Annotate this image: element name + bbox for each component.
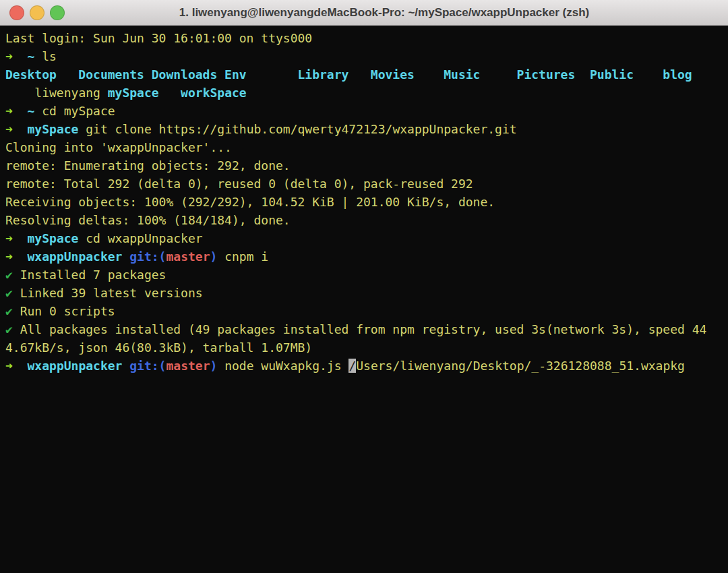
terminal-line: ✔ All packages installed (49 packages in…	[5, 320, 723, 338]
text-segment: liwenyang	[34, 86, 100, 100]
text-segment: ls	[34, 49, 57, 63]
terminal-line: Resolving deltas: 100% (184/184), done.	[5, 211, 723, 229]
terminal-line: ➜ wxappUnpacker git:(master) cnpm i	[5, 247, 723, 266]
terminal-line: ➜ mySpace git clone https://github.com/q…	[5, 120, 723, 138]
terminal-line: Last login: Sun Jun 30 16:01:00 on ttys0…	[5, 29, 723, 47]
terminal-line: Desktop Documents Downloads Env Library …	[5, 65, 723, 84]
text-segment: cd mySpace	[34, 104, 115, 118]
text-segment	[100, 86, 108, 100]
minimize-button[interactable]	[30, 5, 44, 20]
text-segment: Installed 7 packages	[13, 268, 166, 282]
text-segment: git:(	[129, 249, 166, 264]
terminal-line: ✔ Installed 7 packages	[5, 266, 723, 284]
terminal-line: ➜ ~ ls	[5, 47, 723, 65]
terminal-line: ➜ ~ cd mySpace	[5, 102, 723, 120]
text-segment: ~	[28, 104, 35, 118]
text-segment: git clone https://github.com/qwerty47212…	[78, 122, 516, 136]
text-segment: Linked 39 latest versions	[13, 286, 203, 300]
text-segment: cd wxappUnpacker	[78, 231, 202, 245]
terminal-window: 1. liwenyang@liwenyangdeMacBook-Pro: ~/m…	[0, 0, 728, 573]
text-segment: Receiving objects: 100% (292/292), 104.5…	[5, 195, 495, 209]
text-segment: Last login: Sun Jun 30 16:01:00 on ttys0…	[5, 31, 312, 45]
text-segment: git:(	[129, 359, 166, 373]
text-segment: wxappUnpacker	[28, 249, 123, 264]
text-segment: ~	[28, 49, 35, 63]
terminal-line: ✔ Run 0 scripts	[5, 302, 723, 320]
text-segment: wxappUnpacker	[28, 359, 123, 373]
prompt-arrow-icon: ➜	[5, 359, 13, 373]
prompt-arrow-icon: ➜	[5, 104, 13, 118]
text-segment: master	[166, 359, 210, 373]
text-segment: Cloning into 'wxappUnpacker'...	[5, 140, 232, 154]
close-button[interactable]	[9, 5, 24, 20]
text-segment: Users/liwenyang/Desktop/_-326128088_51.w…	[356, 359, 685, 373]
window-controls	[9, 5, 65, 20]
terminal-line: ➜ mySpace cd wxappUnpacker	[5, 229, 723, 247]
text-segment: Run 0 scripts	[13, 304, 115, 318]
text-segment: mySpace workSpace	[108, 86, 247, 100]
text-segment	[13, 231, 28, 245]
text-segment: 4.67kB/s, json 46(80.3kB), tarball 1.07M…	[5, 340, 312, 355]
text-segment: remote: Total 292 (delta 0), reused 0 (d…	[5, 177, 473, 191]
check-icon: ✔	[5, 268, 13, 282]
prompt-arrow-icon: ➜	[5, 249, 13, 264]
text-segment	[13, 359, 28, 373]
terminal-line: Cloning into 'wxappUnpacker'...	[5, 138, 723, 156]
terminal-line: remote: Enumerating objects: 292, done.	[5, 156, 723, 175]
prompt-arrow-icon: ➜	[5, 231, 13, 245]
text-segment: node wuWxapkg.js	[217, 359, 348, 373]
terminal-line: ✔ Linked 39 latest versions	[5, 284, 723, 302]
text-segment	[13, 49, 28, 63]
terminal-line: ➜ wxappUnpacker git:(master) node wuWxap…	[5, 357, 723, 375]
terminal-cursor: /	[348, 359, 356, 373]
text-segment: master	[166, 249, 210, 264]
terminal-line: 4.67kB/s, json 46(80.3kB), tarball 1.07M…	[5, 338, 723, 357]
terminal-line: liwenyang mySpace workSpace	[5, 84, 723, 102]
terminal-screen[interactable]: Last login: Sun Jun 30 16:01:00 on ttys0…	[0, 26, 728, 573]
text-segment: mySpace	[28, 122, 79, 136]
text-segment: mySpace	[28, 231, 79, 245]
text-segment: )	[210, 359, 217, 373]
text-segment	[13, 249, 28, 264]
text-segment	[13, 104, 28, 118]
terminal-line: remote: Total 292 (delta 0), reused 0 (d…	[5, 175, 723, 193]
text-segment: )	[210, 249, 217, 264]
check-icon: ✔	[5, 286, 13, 300]
prompt-arrow-icon: ➜	[5, 122, 13, 136]
text-segment: All packages installed (49 packages inst…	[13, 322, 707, 336]
text-segment	[5, 86, 34, 100]
text-segment: remote: Enumerating objects: 292, done.	[5, 158, 291, 173]
text-segment: Resolving deltas: 100% (184/184), done.	[5, 213, 291, 227]
text-segment: cnpm i	[217, 249, 268, 264]
terminal-line: Receiving objects: 100% (292/292), 104.5…	[5, 193, 723, 211]
check-icon: ✔	[5, 304, 13, 318]
prompt-arrow-icon: ➜	[5, 49, 13, 63]
check-icon: ✔	[5, 322, 13, 336]
zoom-button[interactable]	[50, 5, 65, 20]
text-segment: Desktop Documents Downloads Env Library …	[5, 67, 692, 82]
text-segment	[13, 122, 28, 136]
text-segment	[122, 359, 129, 373]
text-segment	[122, 249, 129, 264]
window-title: 1. liwenyang@liwenyangdeMacBook-Pro: ~/m…	[0, 6, 728, 20]
title-bar[interactable]: 1. liwenyang@liwenyangdeMacBook-Pro: ~/m…	[0, 0, 728, 26]
